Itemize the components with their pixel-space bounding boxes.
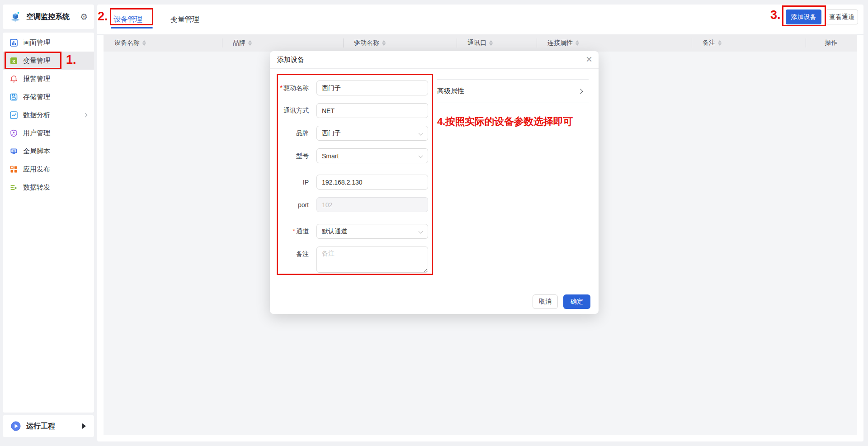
remark-textarea[interactable] <box>316 247 428 273</box>
sort-icon[interactable] <box>718 40 722 46</box>
select-value: 西门子 <box>322 129 341 138</box>
sort-icon[interactable] <box>489 40 493 46</box>
column-header-device-name[interactable]: 设备名称 <box>104 34 222 52</box>
brand-select[interactable]: 西门子 <box>316 126 428 141</box>
sidebar-item-label: 全局脚本 <box>23 147 50 156</box>
settings-gear-icon[interactable]: ⚙ <box>80 13 88 21</box>
sidebar-item-storage-management[interactable]: 存储管理 <box>3 88 94 106</box>
annotation-step1-number: 1. <box>66 53 76 67</box>
annotation-step2-number: 2. <box>98 9 108 24</box>
column-label: 通讯口 <box>467 39 486 47</box>
channel-select[interactable]: 默认通道 <box>316 224 428 239</box>
sort-icon[interactable] <box>576 40 579 46</box>
field-label: *通道 <box>273 228 313 236</box>
required-asterisk: * <box>280 84 283 91</box>
driver-name-input[interactable] <box>316 81 428 95</box>
field-label: IP <box>273 179 313 186</box>
sidebar-item-screen-management[interactable]: 画面管理 <box>3 33 94 52</box>
column-label: 品牌 <box>233 39 245 47</box>
add-device-modal: 添加设备 × *驱动名称 通讯方式 品牌 西门子 型号 Smart IP por… <box>270 51 599 314</box>
sort-icon[interactable] <box>248 40 252 46</box>
field-label: port <box>273 201 313 209</box>
svg-text:{}: {} <box>13 149 15 152</box>
modal-title: 添加设备 <box>277 56 304 64</box>
active-tab-underline <box>111 27 153 28</box>
form-row-channel: *通道 默认通道 <box>273 224 428 239</box>
sort-icon[interactable] <box>142 40 146 46</box>
sidebar-item-label: 应用发布 <box>23 165 50 174</box>
sidebar-item-user-management[interactable]: 用户管理 <box>3 124 94 142</box>
variable-management-icon: x <box>10 57 18 65</box>
screen-management-icon <box>10 39 18 47</box>
sidebar-item-label: 报警管理 <box>23 75 50 83</box>
model-select[interactable]: Smart <box>316 148 428 163</box>
view-channel-button[interactable]: 查看通道 <box>826 9 858 24</box>
sort-icon[interactable] <box>382 40 386 46</box>
sidebar-item-label: 数据转发 <box>23 183 50 192</box>
submenu-chevron-icon <box>83 113 88 117</box>
sidebar-item-global-script[interactable]: {} 全局脚本 <box>3 142 94 160</box>
expand-arrow-icon <box>82 423 86 429</box>
add-device-button[interactable]: 添加设备 <box>786 9 821 24</box>
column-label: 连接属性 <box>547 39 573 47</box>
alarm-bell-icon <box>10 75 18 83</box>
column-label: 设备名称 <box>114 39 140 47</box>
svg-text:x: x <box>12 58 15 63</box>
column-header-brand[interactable]: 品牌 <box>222 34 343 52</box>
select-value: Smart <box>322 152 339 160</box>
modal-close-icon[interactable]: × <box>586 54 592 65</box>
sidebar-item-alarm-management[interactable]: 报警管理 <box>3 70 94 88</box>
column-label: 备注 <box>703 39 715 47</box>
sidebar-item-label: 画面管理 <box>23 38 50 47</box>
ip-input[interactable] <box>316 175 428 190</box>
app-logo-card: 空调监控系统 ⚙ <box>3 5 94 29</box>
chevron-right-icon <box>578 89 583 94</box>
form-row-remark: 备注 <box>273 247 428 273</box>
column-label: 驱动名称 <box>354 39 379 47</box>
comm-mode-input[interactable] <box>316 103 428 118</box>
sidebar-item-app-publish[interactable]: 应用发布 <box>3 160 94 178</box>
advanced-properties-label: 高级属性 <box>437 87 579 95</box>
sidebar-item-data-forward[interactable]: 数据转发 <box>3 178 94 196</box>
column-label: 操作 <box>825 39 838 47</box>
cancel-button[interactable]: 取消 <box>533 294 558 309</box>
column-header-comm-port[interactable]: 通讯口 <box>457 34 537 52</box>
run-project-button[interactable]: 运行工程 <box>3 415 94 437</box>
data-forward-icon <box>10 184 18 191</box>
divider <box>437 103 589 103</box>
toolbar-actions: 添加设备 查看通道 <box>786 9 858 24</box>
modal-footer: 取消 确定 <box>270 292 599 314</box>
chevron-down-icon <box>419 131 423 136</box>
port-input <box>316 197 428 212</box>
sidebar-item-label: 变量管理 <box>23 57 50 65</box>
app-title: 空调监控系统 <box>26 12 75 22</box>
field-label: 型号 <box>273 152 313 160</box>
form-row-brand: 品牌 西门子 <box>273 126 428 141</box>
sidebar-item-data-analysis[interactable]: 数据分析 <box>3 106 94 124</box>
advanced-properties-toggle[interactable]: 高级属性 <box>437 80 589 103</box>
global-script-icon: {} <box>10 147 18 155</box>
column-header-driver-name[interactable]: 驱动名称 <box>343 34 457 52</box>
user-shield-icon <box>10 129 18 137</box>
table-header-row: 设备名称 品牌 驱动名称 通讯口 连接属性 备注 <box>104 34 857 52</box>
chevron-down-icon <box>419 229 423 234</box>
confirm-button[interactable]: 确定 <box>563 294 590 309</box>
sidebar-item-label: 用户管理 <box>23 129 50 138</box>
sidebar-item-variable-management[interactable]: x 变量管理 <box>3 52 94 70</box>
play-circle-icon <box>11 421 21 431</box>
required-asterisk: * <box>293 228 295 235</box>
app-logo-icon <box>9 10 22 23</box>
sidebar-item-label: 存储管理 <box>23 93 50 101</box>
modal-header: 添加设备 <box>270 51 599 69</box>
column-header-connection-props[interactable]: 连接属性 <box>537 34 692 52</box>
annotation-step4-text: 4.按照实际的设备参数选择即可 <box>437 115 573 128</box>
field-label: 备注 <box>273 250 313 258</box>
field-label: *驱动名称 <box>273 84 313 92</box>
tab-device-management[interactable]: 设备管理 <box>113 15 142 24</box>
tab-bar: 设备管理 变量管理 添加设备 查看通道 <box>97 5 863 35</box>
select-value: 默认通道 <box>322 228 347 236</box>
app-publish-icon <box>10 166 18 173</box>
field-label: 通讯方式 <box>273 107 313 115</box>
tab-variable-management[interactable]: 变量管理 <box>170 15 199 24</box>
column-header-remark[interactable]: 备注 <box>692 34 806 52</box>
